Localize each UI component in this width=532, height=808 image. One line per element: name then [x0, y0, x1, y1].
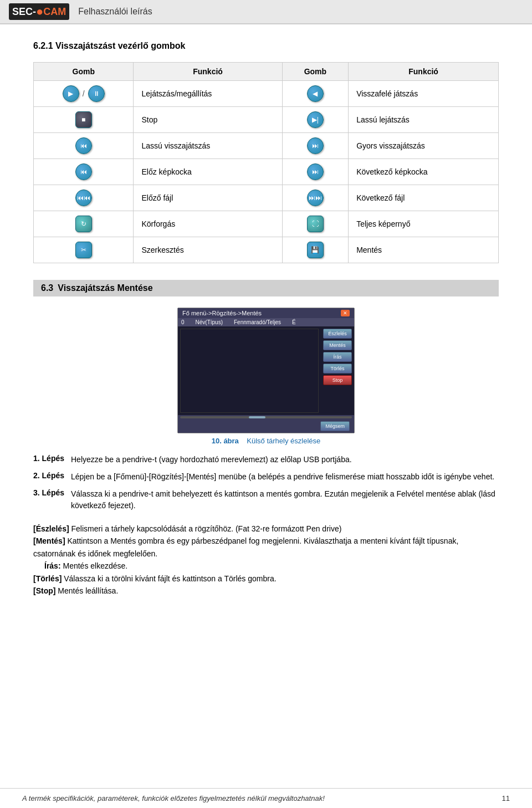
col-header-gomb1: Gomb	[34, 63, 134, 81]
rotate-icon: ↻	[75, 216, 92, 232]
step-3-label: 3. Lépés	[33, 488, 66, 497]
ss-iras-btn[interactable]: Írás	[323, 352, 352, 362]
info-torles: [Törlés] Válassza ki a törölni kívánt fá…	[33, 572, 499, 585]
step-3-row: 3. Lépés Válassza ki a pendrive-t amit b…	[33, 488, 499, 512]
fast-forward-icon: ⏭	[307, 137, 324, 154]
info-iras-bold: Írás:	[44, 561, 61, 570]
screenshot-main-area	[180, 329, 319, 413]
func-slow-play: Lassú lejátszás	[349, 107, 499, 133]
footer: A termék specifikációk, paraméterek, fun…	[0, 788, 532, 808]
screenshot-titlebar: Fő menü->Rögzítés->Mentés ✕	[178, 308, 354, 318]
col-header-funkció2: Funkció	[349, 63, 499, 81]
section-63-num: 6.3	[41, 283, 53, 293]
step-3-text: Válassza ki a pendrive-t amit behelyezet…	[71, 488, 499, 512]
icon-cell-rotate: ↻	[34, 211, 134, 237]
info-torles-text: Válassza ki a törölni kívánt fájlt és ka…	[62, 574, 276, 583]
ss-torles-btn[interactable]: Törlés	[323, 364, 352, 374]
func-fast-forward: Gyors visszajátszás	[349, 133, 499, 159]
slash-divider: /	[83, 89, 85, 98]
slow-play-icon: ▶|	[307, 111, 324, 128]
func-fast-rewind: Lassú visszajátszás	[134, 133, 282, 159]
func-rotate: Körforgás	[134, 211, 282, 237]
ss-col-name: Név(Típus)	[196, 319, 223, 325]
info-stop-text: Mentés leállítása.	[55, 586, 118, 595]
screenshot-close-btn[interactable]: ✕	[341, 310, 350, 316]
icon-cell-stop: ■	[34, 107, 134, 133]
ss-megsem-btn[interactable]: Mégsem	[320, 421, 350, 431]
fast-rewind-icon: ⏮	[75, 137, 92, 154]
col-header-funkció1: Funkció	[134, 63, 282, 81]
step-1-label: 1. Lépés	[33, 454, 66, 463]
logo: SEC- ● CAM	[9, 3, 69, 20]
caption-text: Külső tárhely észlelése	[247, 437, 320, 445]
prev-frame-icon: ⏮	[75, 163, 92, 180]
info-section: [Észlelés] Felismeri a tárhely kapcsolód…	[33, 523, 499, 597]
play-icon: ▶	[63, 85, 79, 102]
prev-file-icon: ⏮⏮	[75, 190, 92, 206]
func-edit: Szerkesztés	[134, 237, 282, 263]
func-save: Mentés	[349, 237, 499, 263]
ss-eszleles-btn[interactable]: Észlelés	[323, 329, 352, 339]
screenshot-caption: 10. ábra Külső tárhely észlelése	[212, 437, 321, 445]
icon-cell-fullscreen: ⛶	[282, 211, 349, 237]
pause-icon: ⏸	[88, 85, 105, 102]
screenshot-container: Fő menü->Rögzítés->Mentés ✕ 0 Név(Típus)…	[33, 308, 499, 445]
logo-sec-text: SEC-	[12, 6, 36, 18]
screenshot-bottom: Mégsem	[178, 420, 354, 433]
footer-disclaimer: A termék specifikációk, paraméterek, fun…	[22, 794, 325, 802]
main-content: 6.2.1 Visszajátszást vezérlő gombok Gomb…	[0, 24, 532, 619]
next-frame-icon: ⏭	[307, 163, 324, 180]
section-63-text: Visszajátszás Mentése	[58, 283, 152, 293]
edit-icon: ✂	[75, 242, 92, 258]
table-row: ⏮⏮ Előző fájl ⏭⏭ Következő fájl	[34, 185, 499, 211]
func-prev-frame: Előz képkocka	[134, 159, 282, 185]
ss-col-e: É	[292, 319, 296, 325]
col-header-gomb2: Gomb	[282, 63, 349, 81]
rewind-icon: ◀	[307, 85, 324, 102]
info-stop-bold: [Stop]	[33, 586, 55, 595]
func-stop: Stop	[134, 107, 282, 133]
info-mentes-text: Kattintson a Mentés gombra és egy párbes…	[33, 536, 458, 558]
icon-cell-next-frame: ⏭	[282, 159, 349, 185]
ss-stop-btn[interactable]: Stop	[323, 375, 352, 385]
func-prev-file: Előző fájl	[134, 185, 282, 211]
icon-cell-fast-forward: ⏭	[282, 133, 349, 159]
stop-icon: ■	[75, 111, 92, 128]
table-row: ✂ Szerkesztés 💾 Mentés	[34, 237, 499, 263]
func-fullscreen: Teljes képernyő	[349, 211, 499, 237]
steps-section: 1. Lépés Helyezze be a pendrive-t (vagy …	[33, 454, 499, 512]
ss-scrollthumb[interactable]	[249, 416, 265, 418]
icon-cell-edit: ✂	[34, 237, 134, 263]
func-rewind: Visszafelé játszás	[349, 81, 499, 107]
icon-cell-fast-rewind: ⏮	[34, 133, 134, 159]
table-row: ⏮ Lassú visszajátszás ⏭ Gyors visszajáts…	[34, 133, 499, 159]
step-2-label: 2. Lépés	[33, 471, 66, 480]
info-iras: Írás: Mentés elkezdése.	[33, 560, 499, 572]
control-table: Gomb Funkció Gomb Funkció ▶ / ⏸ Lejátszá…	[33, 62, 499, 263]
table-row: ▶ / ⏸ Lejátszás/megállítás ◀ Visszafelé …	[34, 81, 499, 107]
step-2-row: 2. Lépés Lépjen be a [Főmenü]-[Rögzítés]…	[33, 471, 499, 483]
fullscreen-icon: ⛶	[307, 216, 324, 232]
caption-number: 10. ábra	[212, 437, 239, 445]
ss-mentes-btn[interactable]: Mentés	[323, 340, 352, 350]
icon-cell-prev-file: ⏮⏮	[34, 185, 134, 211]
header-title: Felhasználói leírás	[78, 7, 152, 17]
func-play-pause: Lejátszás/megállítás	[134, 81, 282, 107]
screenshot-body: Észlelés Mentés Írás Törlés Stop	[178, 326, 354, 415]
table-row: ↻ Körforgás ⛶ Teljes képernyő	[34, 211, 499, 237]
icon-cell-save: 💾	[282, 237, 349, 263]
info-eszleles-text: Felismeri a tárhely kapcsolódását a rögz…	[69, 524, 342, 533]
table-row: ⏮ Előz képkocka ⏭ Következő képkocka	[34, 159, 499, 185]
step-1-text: Helyezze be a pendrive-t (vagy hordozhat…	[71, 454, 499, 466]
screenshot-sidebar: Észlelés Mentés Írás Törlés Stop	[321, 326, 354, 415]
step-2-text: Lépjen be a [Főmenü]-[Rögzítés]-[Mentés]…	[71, 471, 499, 483]
logo-cam-text: CAM	[43, 6, 66, 18]
icon-cell-slow-play: ▶|	[282, 107, 349, 133]
screenshot-box: Fő menü->Rögzítés->Mentés ✕ 0 Név(Típus)…	[177, 308, 355, 433]
info-iras-text: Mentés elkezdése.	[61, 561, 128, 570]
info-mentes: [Mentés] Kattintson a Mentés gombra és e…	[33, 535, 499, 560]
save-icon: 💾	[307, 242, 324, 258]
screenshot-title-text: Fő menü->Rögzítés->Mentés	[182, 310, 262, 316]
table-row: ■ Stop ▶| Lassú lejátszás	[34, 107, 499, 133]
ss-col-fennmaradó: Fennmaradó/Teljes	[234, 319, 281, 325]
